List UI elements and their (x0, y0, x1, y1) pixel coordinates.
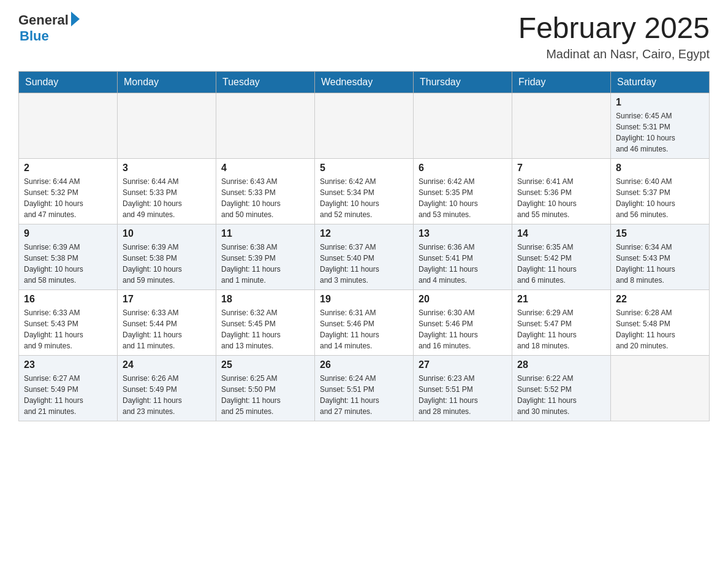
day-info: Sunrise: 6:38 AM Sunset: 5:39 PM Dayligh… (221, 242, 309, 286)
day-number: 8 (616, 163, 704, 174)
day-info: Sunrise: 6:42 AM Sunset: 5:34 PM Dayligh… (320, 176, 408, 220)
calendar-week-row: 23Sunrise: 6:27 AM Sunset: 5:49 PM Dayli… (19, 355, 710, 421)
day-info: Sunrise: 6:41 AM Sunset: 5:36 PM Dayligh… (517, 176, 605, 220)
day-info: Sunrise: 6:27 AM Sunset: 5:49 PM Dayligh… (24, 373, 112, 417)
calendar-day-cell: 6Sunrise: 6:42 AM Sunset: 5:35 PM Daylig… (414, 158, 512, 224)
page-header: General Blue February 2025 Madinat an Na… (18, 12, 710, 61)
day-number: 28 (517, 359, 605, 370)
day-info: Sunrise: 6:37 AM Sunset: 5:40 PM Dayligh… (320, 242, 408, 286)
day-number: 11 (221, 228, 309, 239)
day-info: Sunrise: 6:45 AM Sunset: 5:31 PM Dayligh… (616, 110, 704, 155)
day-header-sunday: Sunday (19, 71, 118, 93)
title-area: February 2025 Madinat an Nasr, Cairo, Eg… (518, 12, 710, 61)
day-info: Sunrise: 6:36 AM Sunset: 5:41 PM Dayligh… (419, 242, 507, 286)
calendar-day-cell: 22Sunrise: 6:28 AM Sunset: 5:48 PM Dayli… (611, 289, 710, 355)
day-info: Sunrise: 6:33 AM Sunset: 5:43 PM Dayligh… (24, 307, 112, 351)
calendar-day-cell: 28Sunrise: 6:22 AM Sunset: 5:52 PM Dayli… (512, 355, 611, 421)
day-info: Sunrise: 6:28 AM Sunset: 5:48 PM Dayligh… (616, 307, 704, 351)
day-number: 24 (123, 359, 211, 370)
calendar-week-row: 16Sunrise: 6:33 AM Sunset: 5:43 PM Dayli… (19, 289, 710, 355)
day-info: Sunrise: 6:26 AM Sunset: 5:49 PM Dayligh… (123, 373, 211, 417)
calendar-day-cell: 19Sunrise: 6:31 AM Sunset: 5:46 PM Dayli… (315, 289, 414, 355)
day-info: Sunrise: 6:34 AM Sunset: 5:43 PM Dayligh… (616, 242, 704, 286)
calendar-day-cell: 23Sunrise: 6:27 AM Sunset: 5:49 PM Dayli… (19, 355, 118, 421)
calendar-day-cell: 1Sunrise: 6:45 AM Sunset: 5:31 PM Daylig… (611, 93, 710, 158)
calendar-day-cell: 11Sunrise: 6:38 AM Sunset: 5:39 PM Dayli… (216, 224, 315, 289)
day-number: 5 (320, 163, 408, 174)
day-number: 25 (221, 359, 309, 370)
day-number: 4 (221, 163, 309, 174)
day-number: 10 (123, 228, 211, 239)
location-title: Madinat an Nasr, Cairo, Egypt (518, 47, 710, 61)
day-header-friday: Friday (512, 71, 611, 93)
day-number: 6 (419, 163, 507, 174)
day-info: Sunrise: 6:42 AM Sunset: 5:35 PM Dayligh… (419, 176, 507, 220)
logo: General Blue (18, 12, 80, 44)
calendar-week-row: 1Sunrise: 6:45 AM Sunset: 5:31 PM Daylig… (19, 93, 710, 158)
calendar-day-cell: 14Sunrise: 6:35 AM Sunset: 5:42 PM Dayli… (512, 224, 611, 289)
calendar-day-cell: 7Sunrise: 6:41 AM Sunset: 5:36 PM Daylig… (512, 158, 611, 224)
day-info: Sunrise: 6:39 AM Sunset: 5:38 PM Dayligh… (24, 242, 112, 286)
day-info: Sunrise: 6:23 AM Sunset: 5:51 PM Dayligh… (419, 373, 507, 417)
calendar-day-cell: 2Sunrise: 6:44 AM Sunset: 5:32 PM Daylig… (19, 158, 118, 224)
calendar-day-cell: 27Sunrise: 6:23 AM Sunset: 5:51 PM Dayli… (414, 355, 512, 421)
day-header-tuesday: Tuesday (216, 71, 315, 93)
day-header-thursday: Thursday (414, 71, 512, 93)
day-number: 21 (517, 294, 605, 305)
day-header-wednesday: Wednesday (315, 71, 414, 93)
day-header-monday: Monday (118, 71, 216, 93)
day-info: Sunrise: 6:39 AM Sunset: 5:38 PM Dayligh… (123, 242, 211, 286)
month-title: February 2025 (518, 12, 710, 45)
calendar-header-row: SundayMondayTuesdayWednesdayThursdayFrid… (19, 71, 710, 93)
day-info: Sunrise: 6:24 AM Sunset: 5:51 PM Dayligh… (320, 373, 408, 417)
day-number: 9 (24, 228, 112, 239)
day-info: Sunrise: 6:40 AM Sunset: 5:37 PM Dayligh… (616, 176, 704, 220)
day-number: 14 (517, 228, 605, 239)
calendar-day-cell: 18Sunrise: 6:32 AM Sunset: 5:45 PM Dayli… (216, 289, 315, 355)
day-info: Sunrise: 6:44 AM Sunset: 5:33 PM Dayligh… (123, 176, 211, 220)
day-info: Sunrise: 6:43 AM Sunset: 5:33 PM Dayligh… (221, 176, 309, 220)
calendar-day-cell: 10Sunrise: 6:39 AM Sunset: 5:38 PM Dayli… (118, 224, 216, 289)
calendar-day-cell (512, 93, 611, 158)
calendar-day-cell (611, 355, 710, 421)
calendar-day-cell: 24Sunrise: 6:26 AM Sunset: 5:49 PM Dayli… (118, 355, 216, 421)
day-info: Sunrise: 6:32 AM Sunset: 5:45 PM Dayligh… (221, 307, 309, 351)
calendar-day-cell (315, 93, 414, 158)
calendar-day-cell: 9Sunrise: 6:39 AM Sunset: 5:38 PM Daylig… (19, 224, 118, 289)
day-number: 26 (320, 359, 408, 370)
day-number: 27 (419, 359, 507, 370)
calendar-day-cell: 26Sunrise: 6:24 AM Sunset: 5:51 PM Dayli… (315, 355, 414, 421)
calendar-day-cell: 5Sunrise: 6:42 AM Sunset: 5:34 PM Daylig… (315, 158, 414, 224)
day-info: Sunrise: 6:25 AM Sunset: 5:50 PM Dayligh… (221, 373, 309, 417)
day-number: 15 (616, 228, 704, 239)
day-info: Sunrise: 6:22 AM Sunset: 5:52 PM Dayligh… (517, 373, 605, 417)
logo-general-text: General (18, 12, 69, 28)
calendar-day-cell (414, 93, 512, 158)
day-number: 22 (616, 294, 704, 305)
day-number: 18 (221, 294, 309, 305)
day-info: Sunrise: 6:30 AM Sunset: 5:46 PM Dayligh… (419, 307, 507, 351)
calendar-day-cell (19, 93, 118, 158)
calendar-day-cell: 21Sunrise: 6:29 AM Sunset: 5:47 PM Dayli… (512, 289, 611, 355)
day-info: Sunrise: 6:33 AM Sunset: 5:44 PM Dayligh… (123, 307, 211, 351)
day-info: Sunrise: 6:44 AM Sunset: 5:32 PM Dayligh… (24, 176, 112, 220)
calendar-day-cell: 15Sunrise: 6:34 AM Sunset: 5:43 PM Dayli… (611, 224, 710, 289)
day-number: 13 (419, 228, 507, 239)
day-info: Sunrise: 6:31 AM Sunset: 5:46 PM Dayligh… (320, 307, 408, 351)
calendar-day-cell (216, 93, 315, 158)
day-number: 17 (123, 294, 211, 305)
day-info: Sunrise: 6:29 AM Sunset: 5:47 PM Dayligh… (517, 307, 605, 351)
day-number: 3 (123, 163, 211, 174)
calendar-day-cell: 13Sunrise: 6:36 AM Sunset: 5:41 PM Dayli… (414, 224, 512, 289)
calendar-week-row: 2Sunrise: 6:44 AM Sunset: 5:32 PM Daylig… (19, 158, 710, 224)
calendar-day-cell: 8Sunrise: 6:40 AM Sunset: 5:37 PM Daylig… (611, 158, 710, 224)
calendar-day-cell: 17Sunrise: 6:33 AM Sunset: 5:44 PM Dayli… (118, 289, 216, 355)
day-number: 20 (419, 294, 507, 305)
calendar-week-row: 9Sunrise: 6:39 AM Sunset: 5:38 PM Daylig… (19, 224, 710, 289)
day-number: 12 (320, 228, 408, 239)
day-number: 19 (320, 294, 408, 305)
logo-arrow-icon (71, 12, 80, 26)
day-info: Sunrise: 6:35 AM Sunset: 5:42 PM Dayligh… (517, 242, 605, 286)
day-number: 7 (517, 163, 605, 174)
day-number: 16 (24, 294, 112, 305)
